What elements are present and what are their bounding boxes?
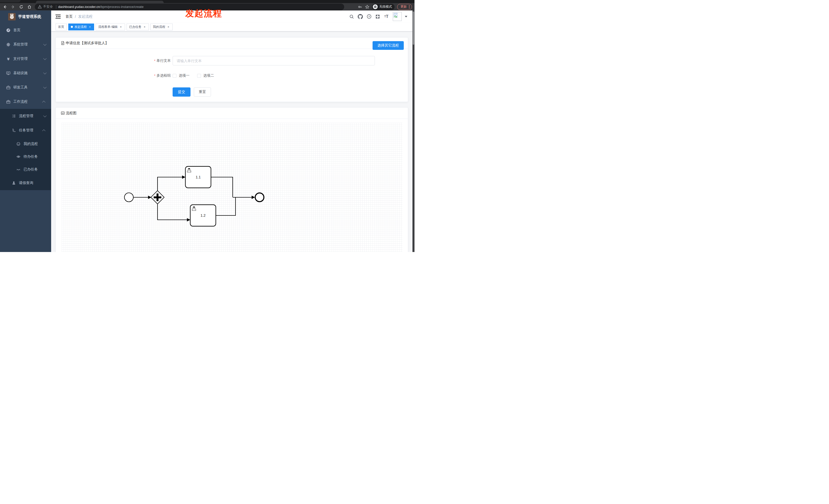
tab-close-icon[interactable]: × — [143, 25, 146, 29]
scrollbar-thumb[interactable] — [413, 11, 414, 45]
choose-other-process-button[interactable]: 选择其它流程 — [372, 41, 404, 50]
broken-image-icon — [394, 13, 399, 18]
sidebar-item-label: 系统管理 — [13, 42, 28, 47]
chevron-down-icon — [43, 57, 46, 60]
bpmn-diagram: 1.1 1.2 — [62, 123, 402, 252]
key-icon[interactable] — [358, 5, 362, 9]
checkbox-group: 选项一 选项二 — [173, 73, 222, 78]
app-title: 芋道管理系统 — [18, 14, 41, 19]
help-icon[interactable]: ? — [366, 13, 372, 20]
logo-rabbit-image — [8, 13, 15, 21]
search-icon[interactable] — [348, 13, 355, 20]
fullscreen-icon[interactable] — [374, 13, 381, 20]
sidebar-item-label: 任务管理 — [19, 128, 33, 133]
single-line-text-input[interactable] — [173, 56, 375, 66]
page-scrollbar[interactable] — [412, 10, 414, 252]
font-size-icon[interactable]: TT — [383, 13, 390, 20]
sidebar-item-label: 首页 — [13, 28, 21, 33]
browser-active-tab[interactable] — [36, 1, 164, 3]
security-label[interactable]: 不安全 — [43, 5, 53, 9]
github-icon[interactable] — [357, 13, 364, 20]
sidebar-item-0[interactable]: 首页 — [0, 23, 51, 37]
tab-0[interactable]: 首页 — [56, 24, 67, 30]
process-diagram-title: 流程图 — [66, 111, 76, 116]
apply-info-title: 申请信息【测试多审批人】 — [66, 41, 109, 45]
process-diagram-header: 流程图 — [56, 108, 408, 119]
incognito-badge[interactable]: 无痕模式 — [372, 4, 395, 10]
dashboard-icon — [6, 28, 11, 33]
breadcrumb: 首页 / 发起流程 — [66, 14, 93, 19]
chevron-down-icon — [43, 42, 46, 46]
browser-forward-button[interactable] — [10, 4, 16, 10]
tab-label: 已办任务 — [129, 25, 141, 29]
browser-reload-button[interactable] — [18, 4, 25, 10]
sidebar-item-6[interactable]: 流程管理 — [0, 109, 51, 123]
tab-1[interactable]: 发起流程× — [68, 24, 94, 30]
required-asterisk: * — [154, 59, 155, 63]
browser-back-button[interactable] — [2, 4, 8, 10]
breadcrumb-home[interactable]: 首页 — [66, 14, 73, 19]
checkbox-option-1-label[interactable]: 选项一 — [179, 73, 189, 78]
checkbox-option-2[interactable] — [197, 74, 201, 78]
tab-3[interactable]: 已办任务× — [127, 24, 149, 30]
reset-button[interactable]: 重置 — [194, 87, 211, 96]
sidebar-collapse-icon[interactable] — [55, 14, 61, 19]
browser-update-button[interactable]: 更新 — [397, 4, 412, 10]
warning-icon — [38, 5, 42, 9]
sidebar-item-9[interactable]: 待办任务 — [0, 150, 51, 163]
bpmn-user-task-1-1[interactable]: 1.1 — [185, 166, 211, 188]
tab-close-icon[interactable]: × — [88, 25, 92, 29]
browser-home-button[interactable] — [26, 4, 33, 10]
browser-tabstrip — [0, 0, 414, 3]
browser-menu-icon[interactable] — [409, 5, 410, 9]
tab-close-icon[interactable]: × — [119, 25, 122, 29]
chevron-up-icon — [42, 101, 45, 104]
tab-label: 流程表单-编辑 — [98, 25, 118, 29]
update-label: 更新 — [400, 5, 407, 9]
sidebar: 芋道管理系统 首页系统管理¥支付管理基础设施研发工具工作流程流程管理任务管理我的… — [0, 10, 51, 252]
bookmark-star-icon[interactable] — [365, 5, 369, 9]
sidebar-item-7[interactable]: 任务管理 — [0, 123, 51, 138]
tab-close-icon[interactable]: × — [167, 25, 170, 29]
sidebar-item-11[interactable]: 请假查询 — [0, 176, 51, 190]
sidebar-item-10[interactable]: 已办任务 — [0, 163, 51, 176]
tags-view: 首页发起流程×流程表单-编辑×已办任务×我的流程× — [51, 23, 414, 31]
sidebar-item-label: 请假查询 — [19, 181, 33, 185]
breadcrumb-current: 发起流程 — [78, 14, 93, 19]
browser-tab-ghost — [0, 0, 21, 2]
checkbox-option-2-label[interactable]: 选项二 — [203, 73, 214, 78]
bpmn-canvas[interactable]: 1.1 1.2 — [62, 123, 402, 252]
toolbox-icon — [6, 100, 11, 104]
bpmn-parallel-gateway[interactable] — [151, 191, 164, 204]
sidebar-item-label: 基础设施 — [13, 71, 28, 75]
bpmn-end-event[interactable] — [255, 193, 264, 202]
avatar-dropdown-caret[interactable] — [405, 16, 407, 17]
omnibox-divider — [56, 5, 56, 9]
sidebar-item-5[interactable]: 工作流程 — [0, 94, 51, 109]
bpmn-user-task-1-2[interactable]: 1.2 — [190, 205, 216, 226]
app-header: 首页 / 发起流程 ? TT — [51, 10, 414, 23]
url-text[interactable]: dashboard.yudao.iocoder.cn/bpm/process-i… — [58, 5, 144, 9]
sidebar-item-2[interactable]: ¥支付管理 — [0, 52, 51, 66]
submit-button[interactable]: 提交 — [173, 87, 190, 96]
tab-2[interactable]: 流程表单-编辑× — [96, 24, 125, 30]
face-icon — [16, 142, 21, 146]
picture-icon — [61, 111, 65, 115]
tab-4[interactable]: 我的流程× — [150, 24, 173, 30]
browser-toolbar-right: 无痕模式 更新 — [355, 4, 414, 10]
single-line-text-label: 单行文本 — [156, 59, 171, 63]
yen-icon: ¥ — [6, 57, 11, 61]
checkbox-option-1[interactable] — [173, 74, 176, 78]
sidebar-logo[interactable]: 芋道管理系统 — [0, 10, 51, 23]
required-asterisk: * — [154, 74, 155, 78]
sidebar-item-3[interactable]: 基础设施 — [0, 66, 51, 80]
sidebar-item-1[interactable]: 系统管理 — [0, 37, 51, 52]
monitor-icon — [6, 71, 11, 75]
apply-info-header: 申请信息【测试多审批人】 — [56, 38, 408, 49]
sidebar-item-4[interactable]: 研发工具 — [0, 80, 51, 94]
tab-label: 首页 — [58, 25, 64, 29]
bpmn-start-event[interactable] — [124, 193, 134, 202]
avatar[interactable] — [393, 12, 402, 21]
svg-text:¥: ¥ — [7, 57, 9, 61]
sidebar-item-8[interactable]: 我的流程 — [0, 138, 51, 150]
